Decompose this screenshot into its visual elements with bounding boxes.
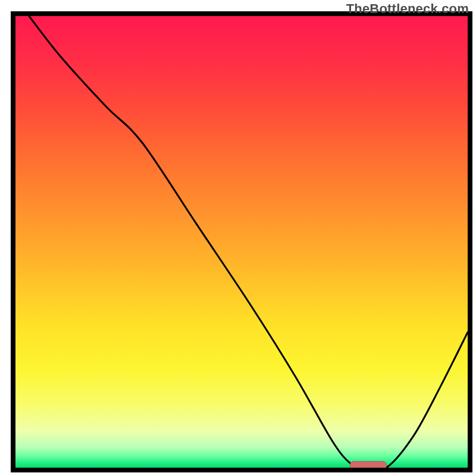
watermark-label: TheBottleneck.com [346, 1, 469, 17]
chart-background [15, 16, 468, 468]
chart-container: TheBottleneck.com [0, 0, 476, 476]
bottleneck-chart [0, 0, 476, 476]
